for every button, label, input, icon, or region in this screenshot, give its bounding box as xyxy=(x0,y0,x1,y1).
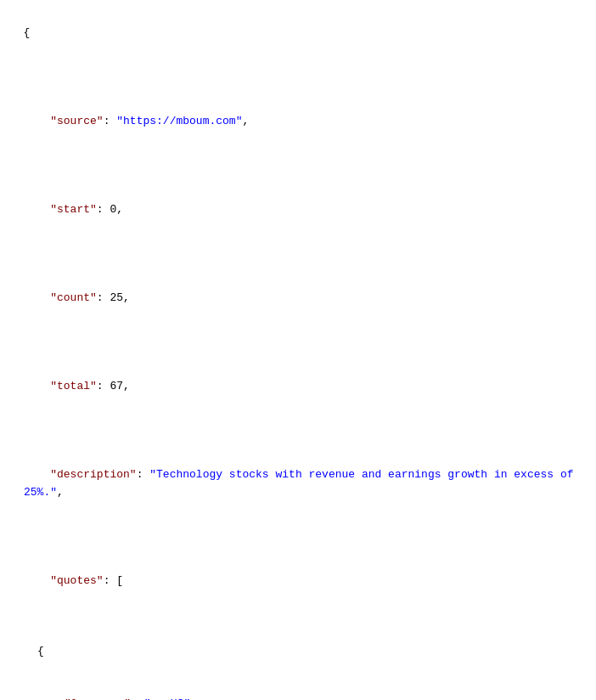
count-value: 25 xyxy=(110,291,123,304)
description-line: "description": "Technology stocks with r… xyxy=(10,449,586,519)
quote-field-line: "language": "en-US", xyxy=(65,696,586,700)
count-line: "count": 25, xyxy=(10,272,586,325)
start-key: "start" xyxy=(50,203,97,216)
total-key: "total" xyxy=(50,380,97,392)
quotes-key: "quotes" xyxy=(50,574,103,587)
open-brace: { xyxy=(24,26,31,39)
quote-open-brace: { xyxy=(10,643,586,661)
quotes-line: "quotes": [ xyxy=(10,555,586,607)
start-line: "start": 0, xyxy=(10,183,586,236)
description-key: "description" xyxy=(50,468,136,481)
source-key: "source" xyxy=(50,115,103,127)
source-value: "https://mboum.com" xyxy=(116,115,242,127)
count-key: "count" xyxy=(50,291,97,304)
total-line: "total": 67, xyxy=(10,360,586,413)
json-viewer: { "source": "https://mboum.com", "start"… xyxy=(10,7,586,700)
total-value: 67 xyxy=(110,380,123,392)
source-line: "source": "https://mboum.com", xyxy=(10,95,586,148)
